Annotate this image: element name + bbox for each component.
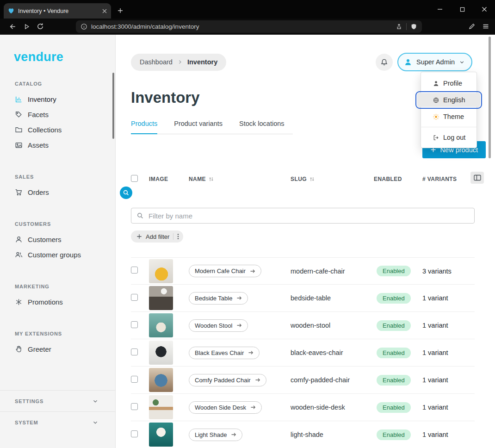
- column-settings-button[interactable]: [470, 172, 484, 184]
- sidebar-item-facets[interactable]: Facets: [0, 107, 115, 122]
- bell-icon: [380, 58, 388, 66]
- divider: [406, 23, 407, 30]
- back-icon[interactable]: [6, 20, 19, 33]
- notifications-button[interactable]: [376, 54, 393, 71]
- status-badge: Enabled: [377, 429, 411, 440]
- product-slug: light-shade: [291, 431, 374, 438]
- main-content: Dashboard Inventory Super Admin: [116, 35, 495, 448]
- star-burst-icon: [15, 298, 23, 306]
- arrow-right-icon: [255, 377, 260, 383]
- product-name-link[interactable]: Wooden Stool: [189, 319, 248, 332]
- row-checkbox[interactable]: [131, 376, 138, 383]
- avatar-icon: [404, 58, 412, 66]
- row-checkbox[interactable]: [131, 294, 138, 301]
- menu-item-theme[interactable]: Theme: [421, 110, 476, 124]
- row-checkbox[interactable]: [131, 348, 138, 355]
- sidebar-item-greeter[interactable]: Greeter: [0, 342, 115, 357]
- close-icon[interactable]: [481, 6, 488, 12]
- sidebar-scrollbar[interactable]: [112, 73, 114, 139]
- menu-item-profile[interactable]: Profile: [421, 76, 476, 90]
- menu-item-language[interactable]: English: [417, 93, 480, 107]
- menu-icon[interactable]: [482, 23, 489, 30]
- product-slug: black-eaves-chair: [291, 349, 374, 356]
- tab-stock-locations[interactable]: Stock locations: [239, 120, 285, 134]
- sidebar-item-customer-groups[interactable]: Customer groups: [0, 247, 115, 262]
- row-checkbox[interactable]: [131, 267, 138, 274]
- product-name-link[interactable]: Comfy Padded Chair: [189, 374, 266, 386]
- topbar: Dashboard Inventory Super Admin: [131, 53, 472, 71]
- sidebar-section-settings[interactable]: SETTINGS: [0, 390, 115, 411]
- breadcrumb-inventory[interactable]: Inventory: [187, 58, 217, 66]
- arrow-right-icon: [236, 323, 242, 328]
- sidebar-section-my-extensions: MY EXTENSIONS Greeter: [0, 331, 115, 357]
- sidebar-section-catalog: CATALOG Inventory Facets: [0, 81, 115, 153]
- share-icon[interactable]: [396, 23, 402, 30]
- breadcrumb-dashboard[interactable]: Dashboard: [140, 58, 173, 66]
- minimize-icon[interactable]: [437, 6, 443, 12]
- kebab-icon[interactable]: [177, 233, 179, 240]
- table-row: Black Eaves Chair black-eaves-chair Enab…: [131, 339, 475, 367]
- breadcrumb: Dashboard Inventory: [131, 54, 226, 71]
- column-variants: # VARIANTS: [422, 176, 475, 182]
- globe-icon: [433, 97, 439, 104]
- product-name-link[interactable]: Black Eaves Chair: [189, 347, 260, 359]
- sidebar-item-collections[interactable]: Collections: [0, 122, 115, 137]
- menu-item-label: English: [443, 96, 465, 104]
- breadcrumb-separator-icon: [177, 59, 183, 65]
- sidebar-item-inventory[interactable]: Inventory: [0, 92, 115, 107]
- status-badge: Enabled: [377, 293, 411, 304]
- sort-icon[interactable]: [209, 176, 214, 182]
- add-filter-button[interactable]: Add filter: [131, 230, 183, 243]
- sort-icon[interactable]: [309, 176, 315, 182]
- sidebar-item-orders[interactable]: Orders: [0, 185, 115, 200]
- browser-tab[interactable]: Inventory • Vendure: [4, 3, 111, 19]
- tab-title: Inventory • Vendure: [18, 8, 99, 14]
- menu-item-logout[interactable]: Log out: [421, 131, 476, 144]
- sun-icon: [433, 113, 439, 120]
- image-icon: [15, 141, 23, 149]
- main-scrollbar[interactable]: [489, 37, 491, 158]
- sidebar-section-marketing: MARKETING Promotions: [0, 284, 115, 310]
- sidebar-item-promotions[interactable]: Promotions: [0, 294, 115, 310]
- shield-icon[interactable]: [410, 23, 417, 30]
- product-name-link[interactable]: Light Shade: [189, 429, 242, 441]
- status-badge: Enabled: [377, 320, 411, 331]
- column-slug[interactable]: SLUG: [291, 176, 374, 182]
- pencil-icon[interactable]: [468, 23, 476, 30]
- sidebar-item-assets[interactable]: Assets: [0, 137, 115, 153]
- hand-icon: [15, 345, 23, 353]
- product-name-link[interactable]: Modern Cafe Chair: [189, 265, 261, 277]
- new-tab-button[interactable]: [114, 4, 127, 17]
- url-text[interactable]: localhost:3000/admin/catalog/inventory: [91, 23, 392, 30]
- product-name-link[interactable]: Bedside Table: [189, 292, 248, 305]
- product-image: [149, 286, 173, 310]
- sidebar-item-label: Inventory: [28, 95, 56, 103]
- sidebar-section-system[interactable]: SYSTEM: [0, 411, 115, 433]
- user-menu-button[interactable]: Super Admin: [397, 53, 472, 71]
- status-badge: Enabled: [377, 375, 411, 386]
- search-toggle-button[interactable]: [120, 187, 132, 199]
- menu-item-label: Theme: [443, 113, 464, 120]
- forward-icon[interactable]: [19, 20, 33, 33]
- row-checkbox[interactable]: [131, 321, 138, 328]
- tab-products[interactable]: Products: [131, 120, 157, 134]
- site-info-icon[interactable]: [80, 23, 87, 30]
- variant-count: 1 variant: [422, 294, 475, 302]
- logout-icon: [433, 134, 439, 141]
- section-label: SYSTEM: [15, 420, 38, 425]
- user-icon: [15, 236, 23, 243]
- column-name[interactable]: NAME: [189, 176, 291, 182]
- sidebar-item-customers[interactable]: Customers: [0, 232, 115, 247]
- url-bar[interactable]: localhost:3000/admin/catalog/inventory: [76, 20, 422, 33]
- filter-input[interactable]: [131, 208, 475, 224]
- row-checkbox[interactable]: [131, 430, 138, 437]
- tab-product-variants[interactable]: Product variants: [174, 120, 223, 134]
- tab-close-icon[interactable]: [102, 9, 107, 13]
- row-checkbox[interactable]: [131, 403, 138, 410]
- maximize-icon[interactable]: [459, 6, 465, 12]
- select-all-checkbox[interactable]: [131, 175, 138, 182]
- variant-count: 1 variant: [422, 431, 475, 438]
- table-row: Comfy Padded Chair comfy-padded-chair En…: [131, 367, 475, 394]
- reload-icon[interactable]: [33, 20, 47, 33]
- product-name-link[interactable]: Wooden Side Desk: [189, 401, 262, 414]
